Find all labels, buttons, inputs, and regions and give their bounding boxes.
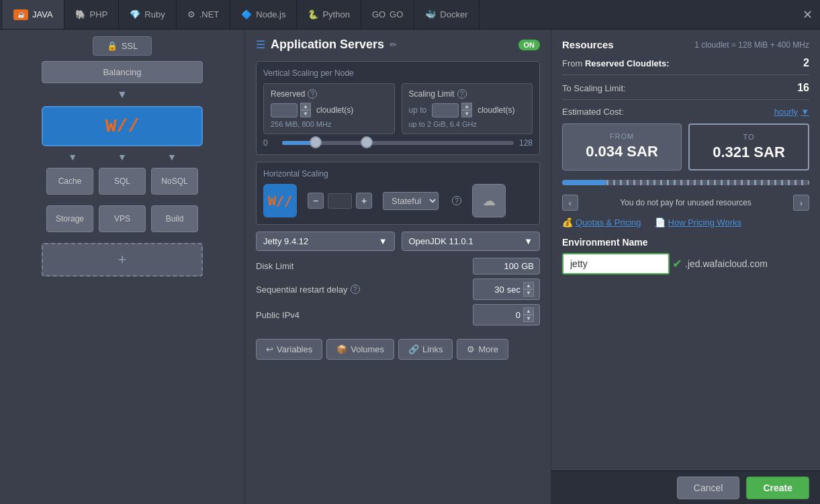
scaling-limit-resource-label: To Scaling Limit: [562, 83, 626, 93]
balancing-label: Balancing [103, 67, 141, 77]
restart-decrement[interactable]: ▼ [523, 289, 534, 297]
env-name-input[interactable] [562, 253, 670, 274]
quotas-link[interactable]: 💰 Quotas & Pricing [562, 217, 641, 228]
env-domain: .jed.wafaicloud.com [685, 258, 768, 269]
middle-panel: ☰ Application Servers ✏ ON Vertical Scal… [245, 30, 551, 504]
disk-limit-label: Disk Limit [256, 261, 293, 271]
app-server-node[interactable]: W// [42, 106, 203, 146]
ipv4-decrement[interactable]: ▼ [523, 315, 534, 322]
storage-node[interactable]: Storage [46, 205, 93, 232]
to-price-box: TO 0.321 SAR [688, 123, 809, 170]
tab-go[interactable]: GO GO [361, 0, 414, 29]
app-server-title: Application Servers [271, 38, 384, 52]
create-button[interactable]: Create [746, 476, 809, 499]
reserved-cloudlets-label: cloudlet(s) [316, 105, 353, 115]
sql-node[interactable]: SQL [99, 168, 146, 195]
scaling-limit-help-icon[interactable]: ? [457, 89, 467, 99]
dotnet-icon: ⚙ [187, 9, 195, 19]
estimated-cost-label: Estimated Cost: [562, 107, 624, 117]
reserved-input[interactable]: 2 [271, 103, 298, 117]
restart-increment[interactable]: ▲ [523, 282, 534, 289]
restart-help-icon[interactable]: ? [351, 285, 360, 294]
prev-tip-button[interactable]: ‹ [562, 195, 578, 211]
edit-icon[interactable]: ✏ [390, 40, 397, 50]
tab-ruby-label: Ruby [144, 9, 165, 19]
slider-thumb-reserved[interactable] [310, 136, 322, 148]
reserved-increment[interactable]: ▲ [300, 103, 311, 110]
tab-dotnet[interactable]: ⚙ .NET [177, 0, 231, 29]
reserved-help-icon[interactable]: ? [308, 89, 317, 99]
toggle-on[interactable]: ON [518, 40, 541, 50]
reserved-decrement[interactable]: ▼ [300, 110, 311, 117]
resources-header: Resources 1 cloudlet = 128 MiB + 400 MHz [562, 39, 809, 50]
progress-dots [606, 180, 809, 185]
volumes-button[interactable]: 📦 Volumes [326, 339, 394, 360]
jdk-version-label: OpenJDK 11.0.1 [409, 236, 473, 246]
restart-delay-label: Sequential restart delay ? [256, 285, 360, 295]
cost-period-select[interactable]: hourly ▼ [774, 107, 809, 117]
scaling-limit-info: up to 2 GiB, 6.4 GHz [409, 120, 526, 128]
stateful-select[interactable]: Stateful [383, 192, 439, 210]
go-icon: GO [372, 9, 385, 19]
scaling-limit-input[interactable]: 16 [432, 103, 459, 117]
next-tip-button[interactable]: › [793, 195, 809, 211]
tab-nodejs[interactable]: 🔷 Node.js [230, 0, 297, 29]
ipv4-increment[interactable]: ▲ [523, 307, 534, 315]
jetty-version-select[interactable]: Jetty 9.4.12 ▼ [256, 232, 395, 251]
scaling-limit-arrows: ▲ ▼ [461, 103, 472, 117]
up-to-label: up to [409, 105, 427, 115]
tab-bar: ☕ JAVA 🐘 PHP 💎 Ruby ⚙ .NET 🔷 Node.js 🐍 P… [0, 0, 820, 30]
restart-stepper: ▲ ▼ [523, 282, 534, 297]
slider-thumb-limit[interactable] [361, 136, 373, 148]
scaling-limit-decrement[interactable]: ▼ [461, 110, 472, 117]
build-node[interactable]: Build [151, 205, 198, 232]
cancel-button[interactable]: Cancel [677, 476, 740, 499]
action-buttons: ↩ Variables 📦 Volumes 🔗 Links ⚙ More [256, 339, 540, 360]
restart-delay-number: 30 [494, 285, 504, 295]
tab-php-label: PHP [90, 9, 108, 19]
ipv4-value: 0 ▲ ▼ [473, 304, 540, 325]
scaling-cloudlets-label: cloudlet(s) [477, 105, 514, 115]
nosql-node[interactable]: NoSQL [151, 168, 198, 195]
links-label: Links [422, 344, 443, 354]
small-nodes-row-1: Cache SQL NoSQL [46, 168, 198, 195]
add-node-button[interactable]: + [42, 243, 203, 276]
balancing-button[interactable]: Balancing [42, 61, 203, 83]
restart-unit: sec [507, 285, 520, 295]
ipv4-row: Public IPv4 0 ▲ ▼ [256, 304, 540, 325]
horizontal-controls: W// − 1 + Stateful ? ☁ [263, 184, 533, 217]
cost-period-label: hourly [774, 107, 798, 117]
more-icon: ⚙ [467, 344, 475, 354]
increment-node-button[interactable]: + [356, 193, 372, 209]
tab-java[interactable]: ☕ JAVA [3, 0, 64, 29]
horiz-node-icon: W// [263, 184, 297, 217]
cache-node[interactable]: Cache [46, 168, 93, 195]
stateful-help-icon[interactable]: ? [452, 196, 461, 205]
slider-track[interactable] [282, 141, 514, 145]
scaling-limit-title: Scaling Limit ? [409, 89, 526, 99]
pricing-link[interactable]: 📄 How Pricing Works [655, 217, 742, 228]
right-panel: Resources 1 cloudlet = 128 MiB + 400 MHz… [551, 30, 820, 504]
ipv4-stepper: ▲ ▼ [523, 307, 534, 322]
slider-min-label: 0 [263, 138, 277, 148]
main-layout: 🔒 SSL Balancing ▼ W// ▼ ▼ ▼ Cache SQL No… [0, 30, 820, 504]
ssl-button[interactable]: 🔒 SSL [93, 36, 152, 56]
close-button[interactable]: ✕ [797, 5, 817, 25]
jdk-version-select[interactable]: OpenJDK 11.0.1 ▼ [402, 232, 541, 251]
node-count-input[interactable]: 1 [328, 193, 352, 209]
tab-ruby[interactable]: 💎 Ruby [119, 0, 176, 29]
links-button[interactable]: 🔗 Links [398, 339, 453, 360]
tab-dotnet-label: .NET [199, 9, 220, 19]
tab-php[interactable]: 🐘 PHP [64, 0, 120, 29]
vps-node[interactable]: VPS [99, 205, 146, 232]
cost-row: Estimated Cost: hourly ▼ [562, 107, 809, 117]
more-button[interactable]: ⚙ More [457, 339, 508, 360]
price-boxes: FROM 0.034 SAR TO 0.321 SAR [562, 123, 809, 170]
scaling-limit-increment[interactable]: ▲ [461, 103, 472, 110]
decrement-node-button[interactable]: − [308, 193, 324, 209]
variables-button[interactable]: ↩ Variables [256, 339, 322, 360]
reserved-stepper-arrows: ▲ ▼ [300, 103, 311, 117]
tab-docker[interactable]: 🐳 Docker [414, 0, 479, 29]
cloud-node-button[interactable]: ☁ [472, 184, 506, 217]
tab-python[interactable]: 🐍 Python [297, 0, 361, 29]
